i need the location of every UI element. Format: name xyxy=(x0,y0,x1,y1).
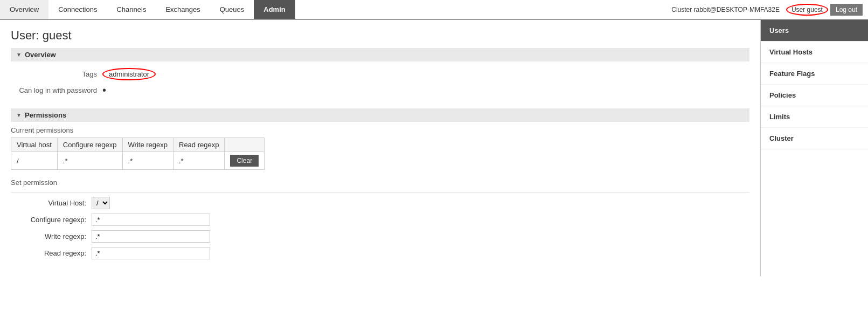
sidebar-item-policies[interactable]: Policies xyxy=(761,85,868,106)
configure-regexp-row: Configure regexp: xyxy=(11,214,749,226)
col-vhost: Virtual host xyxy=(11,138,58,152)
row-read: .* xyxy=(173,152,225,170)
sidebar: Users Virtual Hosts Feature Flags Polici… xyxy=(760,20,868,277)
write-regexp-input[interactable] xyxy=(92,230,210,243)
tags-label: Tags xyxy=(16,70,102,78)
can-login-label: Can log in with password xyxy=(16,86,102,94)
overview-header: ▼ Overview xyxy=(11,48,749,61)
user-badge: User guest xyxy=(786,4,828,16)
set-permission-label: Set permission xyxy=(11,178,749,187)
table-row: / .* .* .* Clear xyxy=(11,152,265,170)
nav-overview[interactable]: Overview xyxy=(0,0,48,19)
read-regexp-label: Read regexp: xyxy=(16,249,92,257)
virtual-host-select[interactable]: / xyxy=(92,197,110,209)
logout-button[interactable]: Log out xyxy=(830,4,863,16)
nav-channels[interactable]: Channels xyxy=(107,0,156,19)
nav-connections[interactable]: Connections xyxy=(48,0,107,19)
permissions-header: ▼ Permissions xyxy=(11,108,749,122)
set-perm-divider xyxy=(11,192,749,192)
overview-section: ▼ Overview Tags administrator Can log in… xyxy=(11,48,749,98)
overview-header-label: Overview xyxy=(25,51,56,59)
tags-value: administrator xyxy=(102,68,156,80)
top-nav-right: Cluster rabbit@DESKTOP-MMFA32E User gues… xyxy=(666,1,868,19)
nav-admin[interactable]: Admin xyxy=(254,0,295,19)
sidebar-item-users[interactable]: Users xyxy=(761,20,868,42)
write-regexp-label: Write regexp: xyxy=(16,232,92,240)
clear-button[interactable]: Clear xyxy=(230,155,259,167)
configure-regexp-label: Configure regexp: xyxy=(16,216,92,224)
tags-row: Tags administrator xyxy=(11,66,749,82)
can-login-value: • xyxy=(102,85,106,95)
row-write: .* xyxy=(122,152,173,170)
virtual-host-row: Virtual Host: / xyxy=(11,197,749,209)
can-login-row: Can log in with password • xyxy=(11,82,749,98)
read-regexp-row: Read regexp: xyxy=(11,247,749,259)
permissions-header-label: Permissions xyxy=(25,111,66,119)
write-regexp-row: Write regexp: xyxy=(11,230,749,243)
read-regexp-input[interactable] xyxy=(92,247,210,259)
row-configure: .* xyxy=(57,152,122,170)
sidebar-item-cluster[interactable]: Cluster xyxy=(761,128,868,149)
main-layout: User: guest ▼ Overview Tags administrato… xyxy=(0,20,868,277)
permissions-triangle: ▼ xyxy=(16,112,22,118)
row-action[interactable]: Clear xyxy=(225,152,265,170)
current-permissions-label: Current permissions xyxy=(11,126,749,134)
col-action xyxy=(225,138,265,152)
page-title: User: guest xyxy=(11,29,749,43)
sidebar-item-limits[interactable]: Limits xyxy=(761,106,868,128)
overview-triangle: ▼ xyxy=(16,52,22,58)
sidebar-item-virtual-hosts[interactable]: Virtual Hosts xyxy=(761,42,868,63)
content-area: User: guest ▼ Overview Tags administrato… xyxy=(0,20,760,277)
cluster-info: Cluster rabbit@DESKTOP-MMFA32E xyxy=(671,6,780,13)
permissions-section: ▼ Permissions Current permissions Virtua… xyxy=(11,108,749,259)
nav-links: Overview Connections Channels Exchanges … xyxy=(0,0,666,19)
row-vhost: / xyxy=(11,152,58,170)
nav-exchanges[interactable]: Exchanges xyxy=(156,0,210,19)
top-navigation: Overview Connections Channels Exchanges … xyxy=(0,0,868,20)
col-write: Write regexp xyxy=(122,138,173,152)
col-configure: Configure regexp xyxy=(57,138,122,152)
sidebar-item-feature-flags[interactable]: Feature Flags xyxy=(761,63,868,85)
virtual-host-label: Virtual Host: xyxy=(16,199,92,207)
permissions-table: Virtual host Configure regexp Write rege… xyxy=(11,138,265,170)
col-read: Read regexp xyxy=(173,138,225,152)
configure-regexp-input[interactable] xyxy=(92,214,210,226)
nav-queues[interactable]: Queues xyxy=(210,0,254,19)
